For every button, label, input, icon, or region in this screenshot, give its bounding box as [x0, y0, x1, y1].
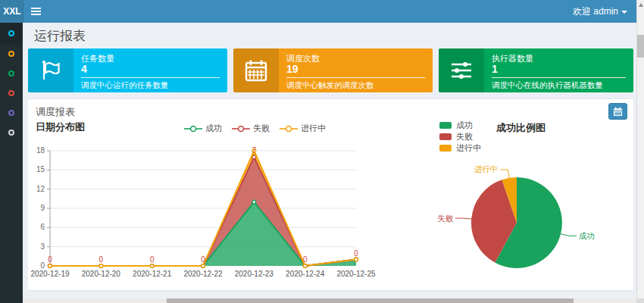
user-menu[interactable]: 欢迎 admin [573, 0, 627, 23]
sidebar-item-4[interactable] [0, 83, 23, 103]
line-chart-title: 日期分布图 [36, 120, 85, 134]
svg-text:成功: 成功 [579, 231, 595, 240]
page-title: 运行报表 [34, 27, 86, 45]
stat-value: 1 [492, 63, 498, 75]
flag-icon [28, 48, 73, 92]
svg-text:9: 9 [40, 204, 45, 212]
date-range-button[interactable] [608, 103, 627, 120]
success-ratio-pie-chart: 成功失败进行中 [424, 139, 633, 290]
stat-card-executors: 执行器数量 1 调度中心在线的执行器机器数量 [439, 48, 633, 92]
legend-item-失败[interactable]: 失败 [231, 123, 270, 134]
divider [286, 77, 425, 78]
panel-title: 调度报表 [36, 105, 75, 119]
stat-description: 调度中心运行的任务数量 [81, 80, 169, 91]
sliders-icon [439, 48, 484, 92]
date-distribution-chart: 03691215182020-12-192020-12-202020-12-21… [28, 139, 377, 288]
circle-icon [8, 110, 14, 116]
svg-text:15: 15 [36, 165, 45, 173]
divider [81, 77, 220, 78]
scroll-up-arrow-icon[interactable] [639, 3, 643, 7]
svg-text:12: 12 [36, 185, 45, 193]
top-navbar: XXL 欢迎 admin [0, 0, 644, 23]
svg-text:2020-12-25: 2020-12-25 [336, 270, 376, 278]
svg-text:失败: 失败 [437, 214, 454, 223]
circle-icon [8, 70, 14, 77]
svg-text:0: 0 [150, 255, 155, 264]
svg-text:0: 0 [201, 255, 205, 264]
stat-description: 调度中心在线的执行器机器数量 [492, 80, 603, 91]
svg-text:6: 6 [40, 223, 45, 231]
welcome-label: 欢迎 admin [573, 6, 618, 17]
sidebar-toggle-button[interactable] [24, 0, 47, 23]
sidebar-item-3[interactable] [0, 64, 23, 83]
sidebar-item-6[interactable] [0, 123, 23, 142]
legend-swatch [439, 122, 452, 129]
line-chart-legend: 成功失败进行中 [183, 123, 326, 134]
vertical-scrollbar[interactable] [636, 0, 644, 303]
app-logo[interactable]: XXL [0, 0, 24, 23]
circle-icon [8, 130, 14, 136]
svg-text:3: 3 [40, 242, 45, 251]
circle-icon [8, 90, 14, 96]
stat-card-jobs: 任务数量 4 调度中心运行的任务数量 [28, 48, 227, 92]
sidebar-item-5[interactable] [0, 103, 23, 123]
report-panel: 调度报表 日期分布图 成功失败进行中 03691215182020-12-192… [28, 98, 633, 290]
circle-icon [8, 30, 14, 36]
svg-text:7: 7 [252, 146, 257, 155]
svg-text:2020-12-20: 2020-12-20 [82, 270, 121, 278]
svg-text:0: 0 [48, 255, 52, 264]
stat-title: 执行器数量 [492, 53, 533, 64]
chevron-down-icon [621, 11, 627, 14]
svg-text:0: 0 [99, 255, 104, 264]
legend-item-进行中[interactable]: 进行中 [279, 123, 326, 134]
svg-text:2020-12-19: 2020-12-19 [30, 270, 70, 278]
pie-chart-title: 成功比例图 [496, 121, 546, 135]
svg-text:18: 18 [36, 146, 45, 155]
stat-value: 19 [286, 63, 299, 75]
stat-value: 4 [81, 63, 87, 75]
sidebar [0, 23, 23, 303]
sidebar-item-1[interactable] [0, 23, 23, 44]
calendar-icon [613, 107, 623, 117]
svg-text:2020-12-21: 2020-12-21 [133, 270, 172, 278]
svg-text:2020-12-24: 2020-12-24 [286, 270, 325, 278]
svg-text:2020-12-22: 2020-12-22 [183, 270, 223, 278]
horizontal-scrollbar-thumb[interactable] [167, 298, 574, 303]
circle-icon [8, 51, 14, 57]
legend-item-成功[interactable]: 成功 [439, 120, 481, 131]
horizontal-scrollbar[interactable] [23, 298, 636, 303]
legend-item-成功[interactable]: 成功 [183, 123, 222, 134]
svg-text:进行中: 进行中 [474, 164, 499, 173]
scrollbar-corner [636, 298, 644, 303]
calendar-icon [233, 48, 279, 92]
stat-card-triggers: 调度次数 19 调度中心触发的调度次数 [233, 48, 433, 92]
svg-text:0: 0 [40, 261, 45, 270]
sidebar-item-2[interactable] [0, 44, 23, 64]
svg-text:0: 0 [303, 255, 308, 264]
svg-text:2020-12-23: 2020-12-23 [235, 270, 274, 278]
divider [492, 77, 626, 78]
stat-description: 调度中心触发的调度次数 [286, 80, 374, 91]
hamburger-icon [31, 6, 41, 17]
svg-text:0: 0 [354, 249, 358, 258]
vertical-scrollbar-thumb[interactable] [637, 35, 644, 58]
